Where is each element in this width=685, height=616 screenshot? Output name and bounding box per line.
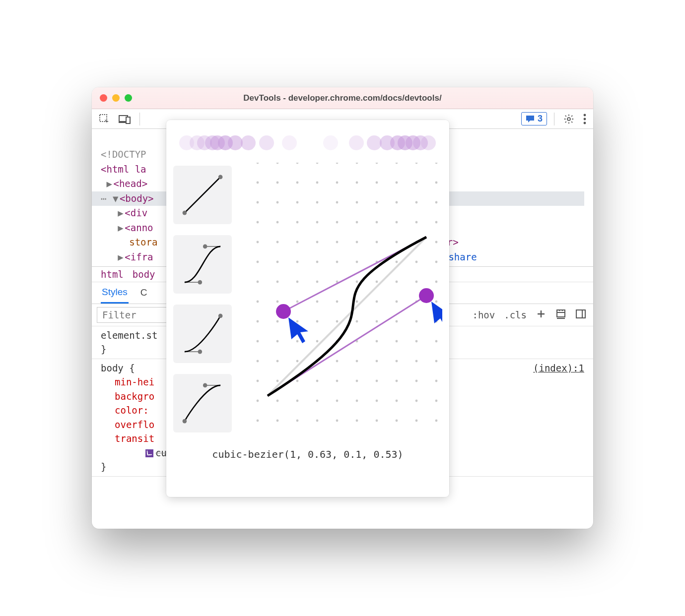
tab-styles[interactable]: Styles [101,282,129,304]
svg-point-5 [584,118,586,120]
dom-body[interactable]: <body> [120,193,154,204]
bezier-editor-popup[interactable]: cubic-bezier(1, 0.63, 0.1, 0.53) [166,120,449,497]
svg-point-18 [218,314,223,318]
preset-linear[interactable] [173,166,232,224]
bezier-swatch-icon[interactable] [145,449,153,457]
svg-point-3 [567,118,570,121]
messages-button[interactable]: 3 [521,112,547,125]
inspect-element-icon[interactable] [97,112,112,126]
svg-line-32 [268,237,426,396]
svg-point-27 [356,163,358,164]
svg-point-4 [584,114,586,116]
bezier-curve-editor[interactable] [242,163,442,440]
rule-source-link[interactable]: (index):1 [533,361,584,375]
svg-rect-7 [557,310,565,317]
gear-icon[interactable] [561,112,576,126]
window-controls [100,94,132,102]
svg-point-11 [218,175,223,180]
tab-computed-partial[interactable]: C [139,282,148,304]
svg-point-14 [198,280,203,285]
new-rule-icon[interactable] [534,308,548,322]
bezier-presets [173,163,238,440]
device-toolbar-icon[interactable] [117,112,133,126]
close-window-button[interactable] [100,94,107,102]
bezier-handle-p1[interactable] [419,288,434,303]
svg-point-23 [276,163,279,164]
svg-rect-8 [576,310,585,318]
svg-point-20 [183,419,187,424]
rule-selector: body { [101,363,135,373]
svg-point-31 [435,163,438,164]
panel-toggle-icon[interactable] [573,308,588,322]
rule-close: } [101,344,106,355]
toolbar-separator [139,113,140,125]
computed-sync-icon[interactable] [553,308,568,322]
svg-point-25 [316,163,319,164]
breadcrumb-html[interactable]: html [101,269,124,280]
messages-count: 3 [538,114,543,124]
svg-point-17 [198,350,203,354]
devtools-window: DevTools - developer.chrome.com/docs/dev… [92,87,593,529]
preset-ease-out[interactable] [173,374,232,432]
dom-storage: stora [129,237,157,247]
svg-point-22 [257,163,259,164]
bezier-preview-track [179,129,436,157]
svg-line-9 [185,177,220,213]
rule-close: } [101,461,106,472]
dom-head: <head> [113,178,147,189]
hov-button[interactable]: :hov [470,308,497,321]
svg-point-30 [415,163,418,164]
bezier-value-label: cubic-bezier(1, 0.63, 0.1, 0.53) [173,440,442,463]
window-title: DevTools - developer.chrome.com/docs/dev… [92,93,593,103]
dom-doctype: <!DOCTYP [101,149,146,160]
preset-ease-in[interactable] [173,305,232,363]
zoom-window-button[interactable] [125,94,132,102]
ellipsis-icon: ⋯ [101,193,107,204]
svg-rect-2 [126,117,130,123]
svg-point-28 [376,163,378,164]
svg-point-15 [203,245,207,249]
toolbar-separator [554,113,554,125]
bezier-handle-p2[interactable] [276,304,291,319]
dom-iframe: <ifra [125,251,153,262]
minimize-window-button[interactable] [112,94,120,102]
svg-point-10 [183,211,187,215]
cursor-annotation-icon [431,302,442,327]
svg-point-26 [336,163,339,164]
svg-point-6 [584,122,586,124]
svg-point-29 [396,163,398,164]
preset-ease-in-out[interactable] [173,235,232,294]
dom-html: <html la [101,164,146,175]
titlebar: DevTools - developer.chrome.com/docs/dev… [92,87,593,109]
svg-point-21 [203,383,207,388]
dom-div: <div [125,207,147,218]
breadcrumb-body[interactable]: body [133,269,155,280]
rule-selector: element.st [101,330,157,341]
cls-button[interactable]: .cls [502,308,529,321]
dom-anno: <anno [125,222,153,233]
kebab-menu-icon[interactable] [581,112,588,126]
svg-point-24 [296,163,299,164]
